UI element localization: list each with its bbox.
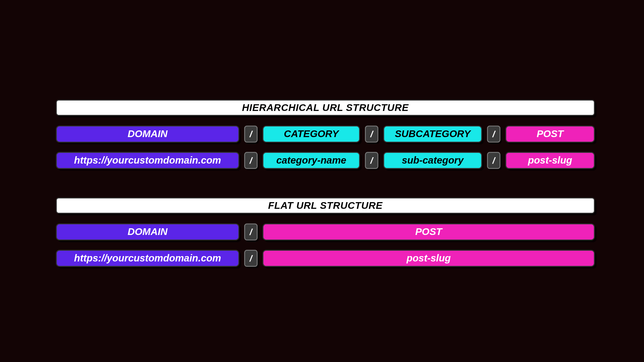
- hierarchical-title: HIERARCHICAL URL STRUCTURE: [56, 100, 595, 116]
- domain-example: https://yourcustomdomain.com: [56, 250, 239, 267]
- domain-label: DOMAIN: [56, 126, 239, 143]
- subcategory-example: sub-category: [383, 152, 482, 169]
- post-example: post-slug: [505, 152, 595, 169]
- hierarchical-labels-row: DOMAIN / CATEGORY / SUBCATEGORY / POST: [56, 126, 595, 143]
- slash-separator: /: [365, 152, 378, 169]
- category-example: category-name: [263, 152, 360, 169]
- post-label: POST: [505, 126, 595, 143]
- slash-separator: /: [244, 126, 258, 143]
- hierarchical-example-row: https://yourcustomdomain.com / category-…: [56, 152, 595, 169]
- flat-title: FLAT URL STRUCTURE: [56, 197, 595, 214]
- slash-separator: /: [487, 126, 500, 143]
- slash-separator: /: [487, 152, 500, 169]
- slash-separator: /: [244, 152, 258, 169]
- domain-example: https://yourcustomdomain.com: [56, 152, 239, 169]
- post-label: POST: [263, 224, 595, 241]
- post-example: post-slug: [263, 250, 595, 267]
- slash-separator: /: [244, 250, 258, 267]
- flat-section: FLAT URL STRUCTURE DOMAIN / POST https:/…: [56, 197, 595, 276]
- flat-example-row: https://yourcustomdomain.com / post-slug: [56, 250, 595, 267]
- flat-labels-row: DOMAIN / POST: [56, 224, 595, 241]
- domain-label: DOMAIN: [56, 224, 239, 241]
- hierarchical-section: HIERARCHICAL URL STRUCTURE DOMAIN / CATE…: [56, 100, 595, 178]
- slash-separator: /: [244, 224, 258, 241]
- subcategory-label: SUBCATEGORY: [383, 126, 482, 143]
- slash-separator: /: [365, 126, 378, 143]
- category-label: CATEGORY: [263, 126, 360, 143]
